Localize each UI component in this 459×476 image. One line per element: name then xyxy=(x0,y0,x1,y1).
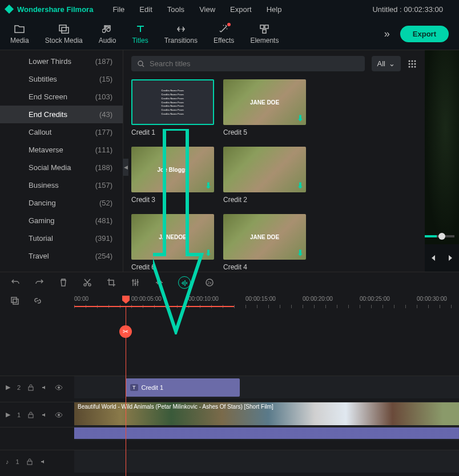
svg-rect-23 xyxy=(29,414,33,418)
ruler-mark: 00:00:05:00 xyxy=(131,296,162,302)
menu-view[interactable]: View xyxy=(192,3,222,16)
track-body-2[interactable]: T Credit 1 xyxy=(74,376,459,398)
marker-button[interactable]: 2x xyxy=(204,277,215,288)
svg-point-12 xyxy=(409,66,410,67)
tab-titles[interactable]: Titles xyxy=(132,24,148,45)
download-icon[interactable]: ⬇ xyxy=(297,181,304,190)
visibility-icon[interactable] xyxy=(55,384,63,391)
tab-media[interactable]: Media xyxy=(10,24,29,45)
menubar: Wondershare Filmora File Edit Tools View… xyxy=(0,0,459,18)
undo-button[interactable] xyxy=(10,277,21,288)
lock-icon[interactable] xyxy=(27,384,34,391)
tab-stock-media[interactable]: Stock Media xyxy=(45,24,83,45)
sidebar-item-label: Subtitles xyxy=(29,75,57,83)
tool-tabs: Media Stock Media Audio Titles Transitio… xyxy=(0,18,459,50)
svg-point-5 xyxy=(138,61,143,66)
lock-icon[interactable] xyxy=(26,458,33,465)
menu-help[interactable]: Help xyxy=(260,3,289,16)
filter-dropdown[interactable]: All ⌄ xyxy=(372,56,401,71)
svg-rect-21 xyxy=(29,387,33,390)
sidebar-item-metaverse[interactable]: Metaverse(111) xyxy=(0,141,123,159)
redo-button[interactable] xyxy=(34,277,45,288)
thumbnail-image[interactable]: Joe Bloggs⬇ xyxy=(131,147,214,192)
next-frame-button[interactable] xyxy=(446,253,456,263)
export-button[interactable]: Export xyxy=(400,26,449,42)
sidebar-item-business[interactable]: Business(157) xyxy=(0,176,123,194)
sidebar-item-social-media[interactable]: Social Media(188) xyxy=(0,159,123,176)
thumbnail-credit-2[interactable]: ⬇Credit 2 xyxy=(223,147,306,204)
transitions-icon xyxy=(175,24,187,34)
svg-rect-3 xyxy=(265,25,268,29)
sidebar-item-label: End Screen xyxy=(29,92,67,101)
delete-button[interactable] xyxy=(58,277,69,288)
tab-effects[interactable]: Effects xyxy=(214,24,234,45)
thumbnail-credit-1[interactable]: Credits Name FromCredits Name FromCredit… xyxy=(131,79,214,136)
lock-icon[interactable] xyxy=(27,412,34,418)
collapse-sidebar-handle[interactable]: ◀ xyxy=(123,159,128,176)
sidebar-item-callout[interactable]: Callout(177) xyxy=(0,123,123,141)
download-icon[interactable]: ⬇ xyxy=(205,181,212,190)
sidebar-item-end-screen[interactable]: End Screen(103) xyxy=(0,88,123,106)
sidebar-item-subtitles[interactable]: Subtitles(15) xyxy=(0,70,123,88)
adjust-button[interactable] xyxy=(130,277,140,288)
search-input[interactable] xyxy=(150,59,359,68)
track-body-a1[interactable] xyxy=(74,450,459,473)
tab-transitions[interactable]: Transitions xyxy=(164,24,198,45)
mute-icon[interactable] xyxy=(41,384,48,391)
thumbnail-credit-6[interactable]: JANEDOE⬇Credit 6 xyxy=(131,214,214,271)
preview-video[interactable] xyxy=(425,50,459,244)
thumbnail-credit-5[interactable]: JANE DOE⬇Credit 5 xyxy=(223,79,306,136)
more-icon[interactable]: » xyxy=(384,28,390,40)
speed-button[interactable] xyxy=(178,276,191,289)
grid-view-icon[interactable] xyxy=(408,59,417,68)
thumbnail-image[interactable]: Credits Name FromCredits Name FromCredit… xyxy=(131,79,214,125)
video-clip-name: Beautiful World - Wild Animals (Petar Mi… xyxy=(78,404,273,410)
mute-icon[interactable] xyxy=(41,412,48,418)
visibility-icon[interactable] xyxy=(55,412,63,418)
thumbnail-image[interactable]: ⬇ xyxy=(223,147,306,192)
sidebar-item-gaming[interactable]: Gaming(481) xyxy=(0,212,123,229)
tab-audio[interactable]: Audio xyxy=(99,24,116,45)
thumbnail-image[interactable]: JANEDOE⬇ xyxy=(131,214,214,260)
sidebar-item-end-credits[interactable]: End Credits(43) xyxy=(0,106,123,123)
sidebar-item-dancing[interactable]: Dancing(52) xyxy=(0,194,123,212)
thumbnail-credit-3[interactable]: Joe Bloggs⬇Credit 3 xyxy=(131,147,214,204)
svg-point-9 xyxy=(409,63,410,64)
audio-button[interactable] xyxy=(154,277,164,288)
menu-edit[interactable]: Edit xyxy=(132,3,159,16)
video-clip[interactable]: Beautiful World - Wild Animals (Petar Mi… xyxy=(74,402,459,425)
volume-thumb[interactable] xyxy=(438,233,445,240)
timeline-link-icon[interactable] xyxy=(33,296,42,305)
audio-wave-clip[interactable] xyxy=(74,427,459,439)
timeline-copy-icon[interactable] xyxy=(10,296,19,305)
menu-file[interactable]: File xyxy=(106,3,131,16)
svg-point-11 xyxy=(414,63,416,64)
sidebar-item-travel[interactable]: Travel(254) xyxy=(0,247,123,265)
thumbnail-image[interactable]: JANE DOE⬇ xyxy=(223,214,306,260)
svg-point-10 xyxy=(412,63,413,64)
download-icon[interactable]: ⬇ xyxy=(297,248,304,257)
menu-export[interactable]: Export xyxy=(223,3,259,16)
track-body-wave[interactable] xyxy=(74,427,459,440)
search-bar[interactable] xyxy=(131,56,365,71)
tab-elements[interactable]: Elements xyxy=(250,24,279,45)
download-icon[interactable]: ⬇ xyxy=(205,248,212,257)
sidebar-item-label: Gaming xyxy=(29,216,55,225)
track-head-wave xyxy=(0,427,74,440)
sidebar-item-lower-thirds[interactable]: Lower Thirds(187) xyxy=(0,53,123,70)
playhead[interactable]: ✂ xyxy=(126,306,126,476)
crop-button[interactable] xyxy=(106,277,116,288)
prev-frame-button[interactable] xyxy=(428,253,437,263)
svg-point-7 xyxy=(412,60,413,62)
menu-tools[interactable]: Tools xyxy=(160,3,191,16)
cut-button[interactable] xyxy=(82,277,92,288)
sidebar-item-tutorial[interactable]: Tutorial(391) xyxy=(0,229,123,247)
track-body-v1[interactable]: Beautiful World - Wild Animals (Petar Mi… xyxy=(74,402,459,427)
thumbnail-credit-4[interactable]: JANE DOE⬇Credit 4 xyxy=(223,214,306,271)
track-audio-1: ♪ 1 xyxy=(0,450,459,473)
title-clip[interactable]: T Credit 1 xyxy=(126,378,240,397)
playhead-cut-button[interactable]: ✂ xyxy=(119,325,132,338)
download-icon[interactable]: ⬇ xyxy=(297,114,304,123)
mute-icon[interactable] xyxy=(40,458,47,465)
thumbnail-image[interactable]: JANE DOE⬇ xyxy=(223,79,306,125)
